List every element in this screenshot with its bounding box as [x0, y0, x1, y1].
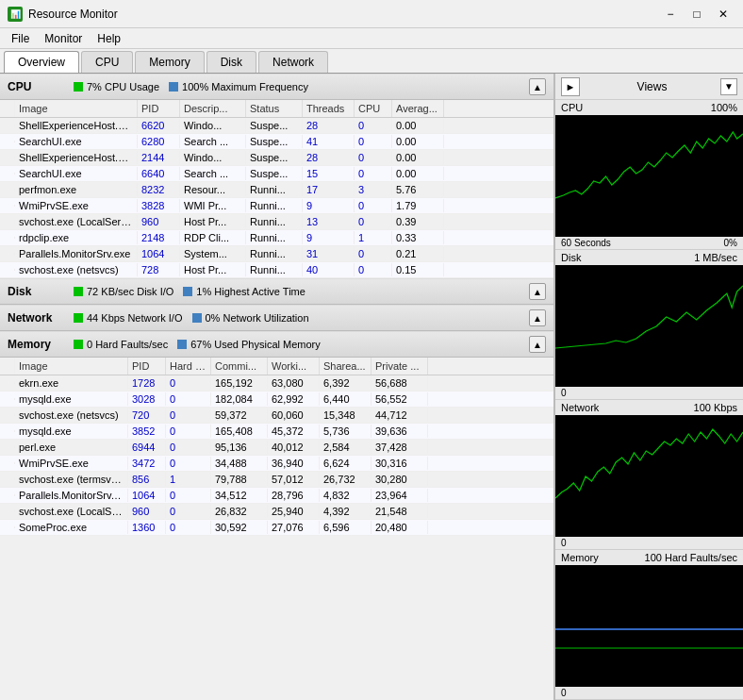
table-row[interactable]: svchost.exe (termsvcs)856179,78857,01226… — [0, 472, 553, 488]
mem-th-image[interactable]: Image — [15, 358, 128, 375]
table-row[interactable]: mysqld.exe30280182,08462,9926,44056,552 — [0, 392, 553, 408]
table-row[interactable]: ShellExperienceHost.exe6620Windo...Suspe… — [0, 118, 553, 134]
table-cell: 3852 — [128, 425, 166, 438]
views-dropdown-button[interactable]: ▼ — [720, 78, 737, 95]
cpu-th-pid[interactable]: PID — [138, 100, 180, 117]
network-section: Network 44 Kbps Network I/O 0% Network U… — [0, 305, 553, 331]
minimize-button[interactable]: − — [658, 5, 683, 24]
memory-collapse-btn[interactable]: ▲ — [529, 336, 546, 353]
cpu-graph-svg — [555, 115, 743, 200]
table-cell: 2148 — [138, 231, 180, 244]
tab-cpu[interactable]: CPU — [81, 51, 133, 73]
table-cell: 0 — [355, 263, 392, 276]
table-cell: 0.33 — [392, 231, 444, 244]
table-cell — [0, 205, 15, 207]
table-row[interactable]: Parallels.MonitorSrv.exe1064System...Run… — [0, 246, 553, 262]
network-section-header[interactable]: Network 44 Kbps Network I/O 0% Network U… — [0, 305, 553, 331]
tab-disk[interactable]: Disk — [206, 51, 256, 73]
table-cell — [0, 398, 15, 400]
table-cell: 30,280 — [372, 473, 428, 486]
table-row[interactable]: Parallels.MonitorSrv.exe1064034,51228,79… — [0, 488, 553, 504]
table-row[interactable]: svchost.exe (LocalServiceNet...960Host P… — [0, 214, 553, 230]
table-cell: 0 — [166, 457, 211, 470]
table-cell: 34,512 — [211, 489, 268, 502]
table-cell: 0.00 — [392, 167, 444, 180]
table-row[interactable]: perfmon.exe8232Resour...Runni...1735.76 — [0, 182, 553, 198]
mem-th-shareable[interactable]: Sharea... — [320, 358, 372, 375]
titlebar: 📊 Resource Monitor − □ ✕ — [0, 0, 743, 28]
left-panel-scroll[interactable]: CPU 7% CPU Usage 100% Maximum Frequency … — [0, 74, 553, 700]
table-cell: 1728 — [128, 376, 166, 390]
table-cell: Search ... — [180, 167, 246, 180]
cpu-stat1: 7% CPU Usage — [74, 81, 159, 92]
memory-green-dot — [74, 340, 83, 349]
cpu-th-cpu[interactable]: CPU — [355, 100, 392, 117]
table-cell: 30,592 — [211, 521, 268, 534]
disk-collapse-btn[interactable]: ▲ — [529, 283, 546, 300]
cpu-th-image[interactable]: Image — [15, 100, 138, 117]
mem-th-commit[interactable]: Commi... — [211, 358, 268, 375]
table-cell: 5,736 — [320, 425, 372, 438]
table-cell: 182,084 — [211, 392, 268, 406]
table-cell: mysqld.exe — [15, 392, 128, 406]
cpu-th-avg[interactable]: Averag... — [392, 100, 444, 117]
tab-network[interactable]: Network — [258, 51, 328, 73]
table-cell: perfmon.exe — [15, 183, 138, 196]
table-cell: 960 — [138, 215, 180, 228]
table-cell: Windo... — [180, 119, 246, 132]
menu-file[interactable]: File — [4, 30, 37, 47]
table-cell: 1064 — [138, 247, 180, 260]
menubar: File Monitor Help — [0, 28, 743, 49]
table-row[interactable]: svchost.exe (netsvcs)728Host Pr...Runni.… — [0, 262, 553, 278]
table-cell: Parallels.MonitorSrv.exe — [15, 489, 128, 502]
table-row[interactable]: ekrn.exe17280165,19263,0806,39256,688 — [0, 375, 553, 392]
table-cell: 1.79 — [392, 199, 444, 212]
table-row[interactable]: WmiPrvSE.exe3828WMI Pr...Runni...901.79 — [0, 198, 553, 214]
mem-th-pid[interactable]: PID — [128, 358, 166, 375]
table-row[interactable]: WmiPrvSE.exe3472034,48836,9406,62430,316 — [0, 456, 553, 472]
table-row[interactable]: SearchUI.exe6280Search ...Suspe...4100.0… — [0, 134, 553, 150]
table-cell: 6620 — [138, 119, 180, 132]
maximize-button[interactable]: □ — [685, 5, 709, 24]
disk-section-header[interactable]: Disk 72 KB/sec Disk I/O 1% Highest Activ… — [0, 278, 553, 305]
table-cell: 0 — [355, 167, 392, 180]
table-cell: mysqld.exe — [15, 425, 128, 438]
close-button[interactable]: ✕ — [711, 5, 735, 24]
mem-th-working[interactable]: Worki... — [268, 358, 320, 375]
cpu-section-header[interactable]: CPU 7% CPU Usage 100% Maximum Frequency … — [0, 74, 553, 100]
tab-memory[interactable]: Memory — [135, 51, 204, 73]
table-row[interactable]: ShellExperienceHost.exe2144Windo...Suspe… — [0, 150, 553, 166]
table-cell: Host Pr... — [180, 215, 246, 228]
cpu-th-status[interactable]: Status — [246, 100, 303, 117]
table-cell — [0, 430, 15, 432]
disk-title: Disk — [8, 285, 74, 298]
table-cell: 59,372 — [211, 408, 268, 422]
cpu-graph-stat: 100% — [711, 102, 737, 113]
table-row[interactable]: mysqld.exe38520165,40845,3725,73639,636 — [0, 424, 553, 440]
menu-monitor[interactable]: Monitor — [37, 30, 90, 47]
memory-section-header[interactable]: Memory 0 Hard Faults/sec 67% Used Physic… — [0, 331, 553, 358]
menu-help[interactable]: Help — [90, 30, 128, 47]
svg-rect-3 — [555, 565, 743, 650]
table-cell: 39,636 — [372, 425, 428, 438]
table-cell: 0 — [355, 151, 392, 164]
table-cell: 36,940 — [268, 457, 320, 470]
network-collapse-btn[interactable]: ▲ — [529, 309, 546, 326]
memory-graph-footer: 0 — [555, 687, 743, 699]
table-cell: 1 — [355, 231, 392, 244]
table-cell: Runni... — [246, 231, 303, 244]
table-row[interactable]: SearchUI.exe6640Search ...Suspe...1500.0… — [0, 166, 553, 182]
tab-overview[interactable]: Overview — [4, 51, 79, 73]
table-row[interactable]: perl.exe6944095,13640,0122,58437,428 — [0, 440, 553, 456]
table-row[interactable]: rdpclip.exe2148RDP Cli...Runni...910.33 — [0, 230, 553, 246]
mem-th-private[interactable]: Private ... — [372, 358, 428, 375]
table-row[interactable]: svchost.exe (LocalServiceNetwo...960026,… — [0, 504, 553, 520]
cpu-th-desc[interactable]: Descrip... — [180, 100, 246, 117]
cpu-collapse-btn[interactable]: ▲ — [529, 78, 546, 95]
expand-button[interactable]: ► — [561, 77, 580, 96]
cpu-th-threads[interactable]: Threads — [303, 100, 355, 117]
svg-rect-0 — [555, 115, 743, 200]
mem-th-hardf[interactable]: Hard F... — [166, 358, 211, 375]
table-row[interactable]: SomeProc.exe1360030,59227,0766,59620,480 — [0, 520, 553, 536]
table-row[interactable]: svchost.exe (netsvcs)720059,37260,06015,… — [0, 408, 553, 424]
